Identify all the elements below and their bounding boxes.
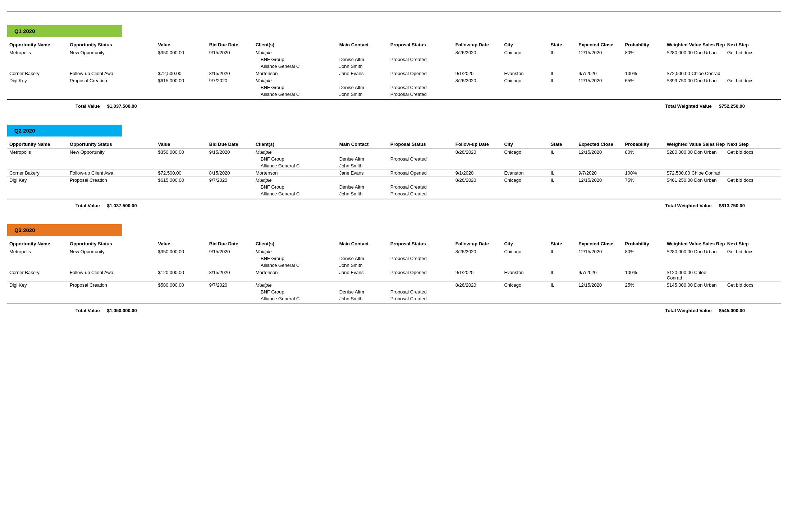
- cell-opp_name: Metropolis: [7, 248, 68, 255]
- sub-cell-bid_due: [207, 91, 253, 98]
- sub-cell-next_step: [725, 84, 781, 91]
- sub-cell-opp_name: [7, 91, 68, 98]
- sub-cell-probability: [623, 262, 664, 269]
- col-header-followup_date: Follow-up Date: [453, 240, 502, 248]
- sub-cell-probability: [623, 162, 664, 170]
- cell-opp_name: Metropolis: [7, 149, 68, 156]
- cell-proposal_status: [388, 149, 453, 156]
- cell-clients: Multiple: [253, 248, 337, 255]
- table-row: Digi KeyProposal Creation$580,000.009/7/…: [7, 282, 781, 289]
- cell-value: $72,500.00: [156, 170, 207, 177]
- total-row-q3: Total Value$1,050,000.00Total Weighted V…: [7, 304, 781, 315]
- cell-clients: Mortenson: [253, 170, 337, 177]
- sub-cell-bid_due: [207, 56, 253, 63]
- sub-cell-opp_name: [7, 63, 68, 70]
- cell-proposal_status: Proposal Opened: [388, 269, 453, 282]
- sub-cell-main_contact: John Smith: [337, 63, 388, 70]
- table-sub-row: BNF GroupDenise AltmProposal Created: [7, 56, 781, 63]
- table-sub-row: Alliance General CJohn Smith: [7, 63, 781, 70]
- cell-main_contact: [337, 248, 388, 255]
- cell-main_contact: Jane Evans: [337, 269, 388, 282]
- cell-state: IL: [549, 170, 577, 177]
- sub-cell-opp_name: [7, 156, 68, 162]
- sub-cell-value: [156, 84, 207, 91]
- sub-cell-proposal_status: Proposal Created: [388, 156, 453, 162]
- cell-next_step: Get bid docs: [725, 149, 781, 156]
- sub-cell-followup_date: [453, 56, 502, 63]
- sub-cell-followup_date: [453, 162, 502, 170]
- sub-cell-value: [156, 288, 207, 295]
- sub-cell-city: [502, 255, 548, 262]
- sub-cell-city: [502, 56, 548, 63]
- table-sub-row: BNF GroupDenise AltmProposal Created: [7, 184, 781, 190]
- sub-cell-value: [156, 295, 207, 302]
- col-header-proposal_status: Proposal Status: [388, 140, 453, 149]
- sub-cell-followup_date: [453, 184, 502, 190]
- total-value-label-q2: Total Value: [75, 203, 100, 208]
- cell-state: IL: [549, 70, 577, 77]
- sub-cell-next_step: [725, 262, 781, 269]
- cell-main_contact: [337, 177, 388, 184]
- cell-state: IL: [549, 149, 577, 156]
- cell-probability: 80%: [623, 149, 664, 156]
- col-header-bid_due: Bid Due Date: [207, 240, 253, 248]
- col-header-opp_status: Opportunity Status: [68, 140, 156, 149]
- page: Q1 2020Opportunity NameOpportunity Statu…: [0, 0, 788, 532]
- cell-expected_close: 9/7/2020: [576, 170, 623, 177]
- cell-bid_due: 8/15/2020: [207, 170, 253, 177]
- cell-opp_name: Digi Key: [7, 77, 68, 84]
- sub-cell-city: [502, 63, 548, 70]
- table-sub-row: BNF GroupDenise AltmProposal Created: [7, 84, 781, 91]
- sub-cell-city: [502, 84, 548, 91]
- cell-expected_close: 12/15/2020: [576, 177, 623, 184]
- col-header-main_contact: Main Contact: [337, 140, 388, 149]
- sub-cell-opp_status: [68, 295, 156, 302]
- cell-followup_date: 8/26/2020: [453, 49, 502, 56]
- table-row: MetropolisNew Opportunity$350,000.009/15…: [7, 49, 781, 56]
- cell-followup_date: 8/26/2020: [453, 248, 502, 255]
- cell-proposal_status: [388, 49, 453, 56]
- cell-opp_name: Corner Bakery: [7, 70, 68, 77]
- sub-cell-expected_close: [576, 162, 623, 170]
- sub-cell-clients: Alliance General C: [253, 91, 337, 98]
- col-header-expected_close: Expected Close: [576, 41, 623, 49]
- cell-state: IL: [549, 269, 577, 282]
- sub-cell-opp_status: [68, 156, 156, 162]
- sub-cell-proposal_status: Proposal Created: [388, 91, 453, 98]
- sub-cell-opp_name: [7, 262, 68, 269]
- cell-followup_date: 9/1/2020: [453, 170, 502, 177]
- cell-main_contact: [337, 282, 388, 289]
- sub-cell-value: [156, 63, 207, 70]
- table-row: Corner BakeryFollow-up Client Awa$120,00…: [7, 269, 781, 282]
- sub-cell-opp_name: [7, 288, 68, 295]
- sub-cell-main_contact: Denise Altm: [337, 84, 388, 91]
- cell-proposal_status: [388, 282, 453, 289]
- cell-expected_close: 9/7/2020: [576, 269, 623, 282]
- sub-cell-followup_date: [453, 190, 502, 197]
- sub-cell-bid_due: [207, 156, 253, 162]
- sub-cell-clients: BNF Group: [253, 156, 337, 162]
- sub-cell-bid_due: [207, 255, 253, 262]
- sub-cell-probability: [623, 295, 664, 302]
- cell-value: $615,000.00: [156, 77, 207, 84]
- cell-expected_close: 12/15/2020: [576, 49, 623, 56]
- total-row-q1: Total Value$1,037,500.00Total Weighted V…: [7, 99, 781, 111]
- sub-cell-probability: [623, 184, 664, 190]
- sub-cell-state: [549, 91, 577, 98]
- cell-value: $350,000.00: [156, 49, 207, 56]
- sub-cell-state: [549, 295, 577, 302]
- sub-cell-weighted_value: [665, 190, 725, 197]
- col-header-weighted_value: Weighted Value Sales Rep: [665, 240, 725, 248]
- cell-weighted_value: $72,500.00 Chloe Conrad: [665, 70, 725, 77]
- sub-cell-opp_status: [68, 184, 156, 190]
- cell-next_step: Get bid docs: [725, 177, 781, 184]
- col-header-followup_date: Follow-up Date: [453, 41, 502, 49]
- sub-cell-clients: Alliance General C: [253, 162, 337, 170]
- sub-cell-bid_due: [207, 295, 253, 302]
- col-header-opp_name: Opportunity Name: [7, 41, 68, 49]
- sub-cell-proposal_status: [388, 162, 453, 170]
- col-header-proposal_status: Proposal Status: [388, 41, 453, 49]
- cell-weighted_value: $72,500.00 Chloe Conrad: [665, 170, 725, 177]
- total-weighted-label-q2: Total Weighted Value: [665, 203, 712, 208]
- sub-cell-opp_status: [68, 56, 156, 63]
